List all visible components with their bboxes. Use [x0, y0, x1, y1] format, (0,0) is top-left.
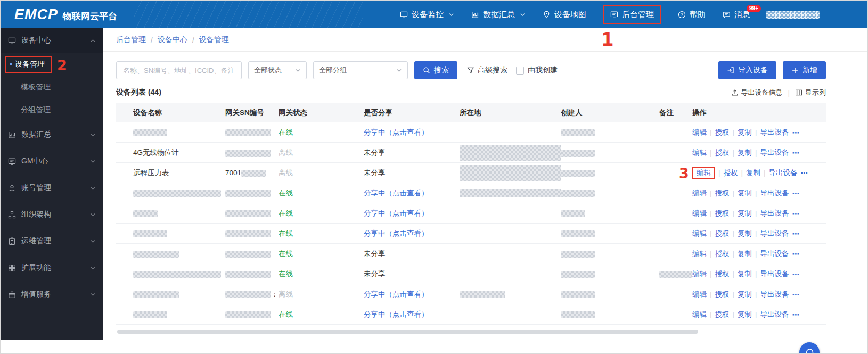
authorize-link[interactable]: 授权: [715, 148, 730, 158]
export-device-link[interactable]: 导出设备: [760, 209, 789, 218]
breadcrumb-item-0[interactable]: 后台管理: [116, 35, 146, 45]
status-select[interactable]: 全部状态: [248, 61, 307, 79]
edit-link[interactable]: 编辑: [692, 310, 707, 319]
copy-link[interactable]: 复制: [738, 188, 752, 198]
authorize-link[interactable]: 授权: [724, 168, 738, 178]
table-row-4[interactable]: 在线分享中（点击查看）编辑|授权|复制|导出设备⋯: [116, 183, 826, 203]
sidebar-item-ops-manage[interactable]: 运维管理: [1, 228, 103, 254]
breadcrumb-item-1[interactable]: 设备中心: [158, 35, 187, 45]
user-name-redacted[interactable]: [766, 11, 820, 19]
display-columns-button[interactable]: 显示列: [795, 88, 826, 97]
edit-link[interactable]: 编辑: [692, 209, 707, 218]
sidebar-item-device-center[interactable]: 设备中心: [1, 28, 103, 53]
export-device-link[interactable]: 导出设备: [769, 168, 798, 178]
more-actions-button[interactable]: ⋯: [792, 128, 800, 137]
import-device-button[interactable]: 导入设备: [718, 61, 776, 79]
more-actions-button[interactable]: ⋯: [792, 250, 800, 258]
table-row-1[interactable]: 在线分享中（点击查看）编辑|授权|复制|导出设备⋯: [116, 122, 826, 143]
more-actions-button[interactable]: ⋯: [792, 270, 800, 278]
export-device-info-button[interactable]: 导出设备信息: [731, 88, 783, 97]
edit-link[interactable]: 编辑: [692, 249, 707, 259]
breadcrumb-item-2[interactable]: 设备管理: [199, 35, 229, 45]
created-by-me-checkbox[interactable]: [516, 67, 524, 75]
copy-link[interactable]: 复制: [738, 310, 752, 319]
authorize-link[interactable]: 授权: [715, 229, 730, 238]
copy-link[interactable]: 复制: [738, 249, 752, 259]
table-row-5[interactable]: 在线分享中（点击查看）编辑|授权|复制|导出设备⋯: [116, 203, 826, 224]
nav-item-data-summary[interactable]: 数据汇总: [471, 10, 526, 20]
authorize-link[interactable]: 授权: [715, 310, 730, 319]
advanced-search-button[interactable]: 高级搜索: [467, 65, 507, 75]
add-device-button[interactable]: 新增: [783, 61, 826, 79]
edit-link[interactable]: 编辑: [692, 269, 707, 279]
nav-item-device-map[interactable]: 设备地图: [543, 10, 586, 20]
sidebar-item-extend-features[interactable]: 扩展功能: [1, 254, 103, 281]
more-actions-button[interactable]: ⋯: [792, 229, 800, 238]
horizontal-scrollbar[interactable]: [116, 329, 825, 334]
group-select[interactable]: 全部分组: [313, 61, 408, 79]
more-actions-button[interactable]: ⋯: [792, 290, 800, 299]
export-device-link[interactable]: 导出设备: [760, 290, 789, 299]
sidebar-item-value-added[interactable]: 增值服务: [1, 281, 103, 308]
more-actions-button[interactable]: ⋯: [792, 149, 800, 157]
more-actions-button[interactable]: ⋯: [792, 310, 800, 319]
sidebar-item-account-manage[interactable]: 账号管理: [1, 175, 103, 201]
export-device-link[interactable]: 导出设备: [760, 269, 789, 279]
table-row-6[interactable]: 在线分享中（点击查看）编辑|授权|复制|导出设备⋯: [116, 224, 826, 244]
edit-link[interactable]: 编辑: [692, 188, 707, 198]
copy-link[interactable]: 复制: [738, 290, 752, 299]
more-actions-button[interactable]: ⋯: [792, 209, 800, 218]
authorize-link[interactable]: 授权: [715, 290, 730, 299]
copy-link[interactable]: 复制: [746, 168, 760, 178]
table-row-9[interactable]: ：离线分享中（点击查看）编辑|授权|复制|导出设备⋯: [116, 284, 826, 304]
share-detail-link[interactable]: 分享中（点击查看）: [364, 189, 429, 197]
nav-item-messages[interactable]: 消息99+: [723, 10, 750, 20]
sidebar-subitem-device-manage[interactable]: 设备管理2: [1, 53, 103, 76]
edit-link[interactable]: 编辑: [692, 128, 707, 137]
table-row-3[interactable]: 远程压力表7001离线未分享3编辑|授权|复制|导出设备⋯: [116, 163, 826, 183]
search-button[interactable]: 搜索: [414, 61, 457, 79]
sidebar-item-org-structure[interactable]: 组织架构: [1, 201, 103, 228]
copy-link[interactable]: 复制: [738, 269, 752, 279]
share-detail-link[interactable]: 分享中（点击查看）: [364, 229, 429, 237]
export-device-link[interactable]: 导出设备: [760, 249, 789, 259]
authorize-link[interactable]: 授权: [715, 249, 730, 259]
export-device-link[interactable]: 导出设备: [760, 148, 789, 158]
export-device-link[interactable]: 导出设备: [760, 229, 789, 238]
authorize-link[interactable]: 授权: [715, 188, 730, 198]
edit-link[interactable]: 编辑: [692, 148, 707, 158]
export-device-link[interactable]: 导出设备: [760, 188, 789, 198]
copy-link[interactable]: 复制: [738, 209, 752, 218]
table-row-7[interactable]: 在线未分享编辑|授权|复制|导出设备⋯: [116, 244, 826, 264]
brand[interactable]: EMCP 物联网云平台: [14, 6, 117, 23]
more-actions-button[interactable]: ⋯: [801, 169, 809, 177]
sidebar-subitem-template-manage[interactable]: 模板管理: [1, 76, 103, 98]
share-detail-link[interactable]: 分享中（点击查看）: [364, 310, 429, 318]
more-actions-button[interactable]: ⋯: [792, 189, 800, 197]
authorize-link[interactable]: 授权: [715, 128, 730, 137]
sidebar-item-gm-center[interactable]: GM中心: [1, 148, 103, 175]
edit-link[interactable]: 编辑: [692, 290, 707, 299]
sidebar-subitem-group-manage[interactable]: 分组管理: [1, 98, 103, 121]
share-detail-link[interactable]: 分享中（点击查看）: [364, 209, 429, 217]
sidebar-item-data-summary[interactable]: 数据汇总: [1, 121, 103, 148]
export-device-link[interactable]: 导出设备: [760, 128, 789, 137]
table-row-2[interactable]: 4G无线物位计离线未分享编辑|授权|复制|导出设备⋯: [116, 143, 826, 163]
export-device-link[interactable]: 导出设备: [760, 310, 789, 319]
nav-item-device-monitor[interactable]: 设备监控: [400, 10, 454, 20]
scrollbar-thumb[interactable]: [117, 330, 698, 334]
nav-item-help[interactable]: ?帮助: [678, 10, 706, 20]
share-detail-link[interactable]: 分享中（点击查看）: [364, 290, 429, 298]
copy-link[interactable]: 复制: [738, 128, 752, 137]
search-input[interactable]: [116, 61, 242, 79]
copy-link[interactable]: 复制: [738, 229, 752, 238]
nav-item-admin-manage[interactable]: 后台管理: [603, 5, 661, 24]
authorize-link[interactable]: 授权: [715, 209, 730, 218]
table-row-10[interactable]: 在线分享中（点击查看）编辑|授权|复制|导出设备⋯: [116, 304, 826, 325]
created-by-me[interactable]: 由我创建: [516, 65, 558, 75]
table-row-8[interactable]: 在线未分享编辑|授权|复制|导出设备⋯: [116, 264, 826, 284]
edit-link[interactable]: 编辑: [692, 229, 707, 238]
share-detail-link[interactable]: 分享中（点击查看）: [364, 128, 429, 136]
authorize-link[interactable]: 授权: [715, 269, 730, 279]
support-float-button[interactable]: [799, 342, 820, 354]
